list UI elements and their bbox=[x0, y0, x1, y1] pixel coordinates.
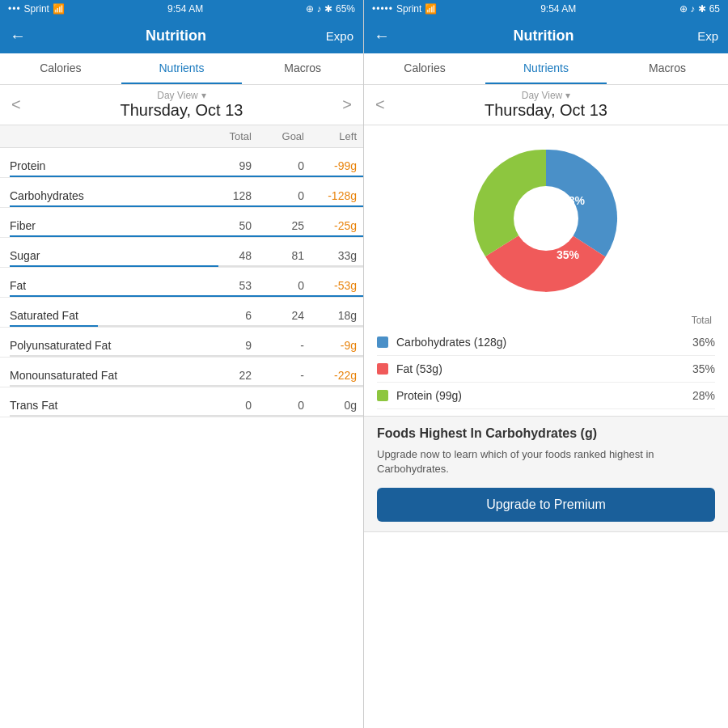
time-right: 9:54 AM bbox=[540, 3, 576, 15]
legend-dot-protein bbox=[377, 390, 388, 401]
progress-bar-row bbox=[10, 415, 363, 417]
back-button-left[interactable]: ← bbox=[10, 27, 26, 45]
nutrient-total: 9 bbox=[205, 339, 258, 352]
tab-calories-left[interactable]: Calories bbox=[0, 53, 121, 84]
tab-nutrients-left[interactable]: Nutrients bbox=[121, 53, 243, 84]
back-button-right[interactable]: ← bbox=[374, 27, 390, 45]
wifi-icon-right: 📶 bbox=[425, 3, 437, 15]
nutrient-left: -53g bbox=[311, 279, 363, 292]
nutrient-row: Carbohydrates1280-128g bbox=[0, 178, 363, 208]
th-total: Total bbox=[205, 130, 258, 142]
legend-row-protein: Protein (99g) 28% bbox=[377, 383, 715, 409]
wifi-icon: 📶 bbox=[53, 3, 65, 15]
prev-day-right[interactable]: < bbox=[364, 95, 396, 114]
icons-right: ⊕ ♪ ✱ bbox=[306, 3, 332, 15]
table-header-left: Total Goal Left bbox=[0, 125, 363, 148]
status-bar-right: ••••• Sprint 📶 9:54 AM ⊕ ♪ ✱ 65 bbox=[364, 0, 728, 18]
prev-day-left[interactable]: < bbox=[0, 95, 32, 114]
nutrient-row: Sugar488133g bbox=[0, 238, 363, 268]
nutrient-left: 33g bbox=[311, 249, 363, 262]
nutrient-name: Protein bbox=[0, 159, 205, 172]
tab-nutrients-right[interactable]: Nutrients bbox=[485, 53, 607, 84]
nutrient-left: -9g bbox=[311, 339, 363, 352]
next-day-left[interactable]: > bbox=[331, 95, 363, 114]
legend-pct-fat: 35% bbox=[692, 362, 715, 375]
nutrient-goal: 24 bbox=[258, 309, 311, 322]
progress-bar-row bbox=[10, 355, 363, 357]
nutrient-name: Trans Fat bbox=[0, 399, 205, 412]
legend: Total Carbohydrates (128g) 36% Fat (53g)… bbox=[364, 311, 728, 417]
legend-header: Total bbox=[377, 315, 715, 326]
nutrient-total: 53 bbox=[205, 279, 258, 292]
time-left: 9:54 AM bbox=[167, 3, 203, 15]
status-right: ⊕ ♪ ✱ 65% bbox=[306, 3, 355, 15]
legend-label-fat: Fat (53g) bbox=[396, 362, 692, 375]
day-date-left: Thursday, Oct 13 bbox=[32, 101, 332, 120]
nutrient-total: 48 bbox=[205, 249, 258, 262]
left-panel: ••• Sprint 📶 9:54 AM ⊕ ♪ ✱ 65% ← Nutriti… bbox=[0, 0, 364, 728]
day-center-right: Day View ▾ Thursday, Oct 13 bbox=[396, 90, 696, 120]
progress-bar-row bbox=[10, 265, 363, 267]
signal-dots-right: ••••• bbox=[372, 3, 393, 15]
day-view-label-left[interactable]: Day View ▾ bbox=[32, 90, 332, 101]
upgrade-button[interactable]: Upgrade to Premium bbox=[377, 488, 715, 522]
nutrient-name: Monounsaturated Fat bbox=[0, 369, 205, 382]
pie-chart: 36% 28% 35% bbox=[469, 142, 623, 295]
progress-bar-fill bbox=[10, 235, 363, 237]
day-nav-left: < Day View ▾ Thursday, Oct 13 > bbox=[0, 85, 363, 125]
nutrient-name: Polyunsaturated Fat bbox=[0, 339, 205, 352]
nutrient-row: Monounsaturated Fat22--22g bbox=[0, 358, 363, 387]
nutrient-name: Sugar bbox=[0, 249, 205, 262]
progress-bar-row bbox=[10, 205, 363, 207]
progress-bar-fill bbox=[10, 295, 363, 297]
progress-bar-fill bbox=[10, 265, 218, 267]
nutrient-name: Fat bbox=[0, 279, 205, 292]
nutrient-goal: 0 bbox=[258, 189, 311, 202]
nutrient-row: Fiber5025-25g bbox=[0, 208, 363, 238]
legend-label-carbs: Carbohydrates (128g) bbox=[396, 336, 692, 349]
battery-left: 65% bbox=[336, 3, 355, 15]
legend-dot-carbs bbox=[377, 336, 388, 348]
day-date-right: Thursday, Oct 13 bbox=[396, 101, 696, 120]
nutrient-row: Fat530-53g bbox=[0, 268, 363, 298]
th-left: Left bbox=[311, 130, 363, 142]
nutrient-goal: 81 bbox=[258, 249, 311, 262]
nutrient-left: -22g bbox=[311, 369, 363, 382]
tab-macros-right[interactable]: Macros bbox=[607, 53, 728, 84]
pie-label-carbs: 36% bbox=[524, 204, 548, 217]
legend-pct-carbs: 36% bbox=[692, 336, 715, 349]
nav-bar-right: ← Nutrition Exp bbox=[364, 18, 728, 53]
progress-bar-fill bbox=[10, 205, 363, 207]
tab-macros-left[interactable]: Macros bbox=[242, 53, 363, 84]
nutrient-row: Trans Fat000g bbox=[0, 387, 363, 417]
nutrient-row: Saturated Fat62418g bbox=[0, 298, 363, 328]
nutrient-goal: 25 bbox=[258, 219, 311, 232]
nav-bar-left: ← Nutrition Expo bbox=[0, 18, 363, 53]
nutrient-name: Saturated Fat bbox=[0, 309, 205, 322]
nutrient-row: Polyunsaturated Fat9--9g bbox=[0, 328, 363, 358]
nutrient-total: 22 bbox=[205, 369, 258, 382]
nutrient-list: Protein990-99gCarbohydrates1280-128gFibe… bbox=[0, 148, 363, 728]
nutrient-goal: 0 bbox=[258, 279, 311, 292]
nav-title-right: Nutrition bbox=[514, 28, 574, 44]
export-button-right[interactable]: Exp bbox=[697, 29, 718, 43]
foods-section: Foods Highest In Carbohydrates (g) Upgra… bbox=[364, 417, 728, 532]
tabs-right: Calories Nutrients Macros bbox=[364, 53, 728, 85]
progress-bar-row bbox=[10, 235, 363, 237]
tab-calories-right[interactable]: Calories bbox=[364, 53, 485, 84]
day-view-label-right[interactable]: Day View ▾ bbox=[396, 90, 696, 101]
pie-label-protein: 28% bbox=[562, 194, 586, 207]
nutrient-name: Carbohydrates bbox=[0, 189, 205, 202]
nutrient-total: 99 bbox=[205, 159, 258, 172]
progress-bar-row bbox=[10, 176, 363, 177]
progress-bar-fill bbox=[10, 176, 363, 177]
export-button-left[interactable]: Expo bbox=[326, 29, 353, 43]
legend-row-carbs: Carbohydrates (128g) 36% bbox=[377, 329, 715, 356]
nutrient-left: 18g bbox=[311, 309, 363, 322]
nutrient-goal: 0 bbox=[258, 159, 311, 172]
legend-label-protein: Protein (99g) bbox=[396, 389, 692, 402]
signal-dots: ••• bbox=[8, 3, 21, 15]
nutrient-left: -128g bbox=[311, 189, 363, 202]
right-panel: ••••• Sprint 📶 9:54 AM ⊕ ♪ ✱ 65 ← Nutrit… bbox=[364, 0, 728, 728]
foods-desc: Upgrade now to learn which of your foods… bbox=[377, 447, 715, 476]
